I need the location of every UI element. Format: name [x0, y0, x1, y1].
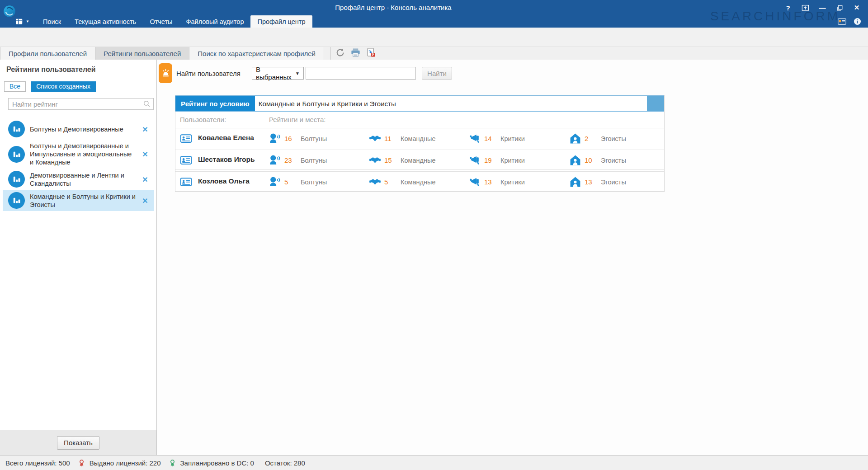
rating-cell: 5 Командные [369, 172, 436, 192]
remove-rating-icon[interactable]: ✕ [141, 175, 150, 183]
talker-icon [269, 154, 281, 166]
rating-cell: 15 Командные [369, 150, 436, 170]
rating-cell: 23 Болтуны [269, 150, 327, 170]
menu-item-file-auditor[interactable]: Файловый аудитор [179, 15, 251, 28]
scope-value: В выбранных [256, 66, 295, 81]
users-caption: Пользователи: [180, 116, 226, 123]
handshake-icon [369, 132, 381, 145]
megaphone-icon [469, 154, 481, 166]
license-badge-icon[interactable] [837, 17, 847, 26]
rating-chart-icon [8, 121, 25, 137]
rating-value: 10 [585, 156, 594, 164]
panel-header-endcap [647, 96, 664, 111]
rating-label: Командные [401, 179, 436, 186]
sidebar-tabs: Все Список созданных [4, 81, 101, 92]
rating-cell: 11 Командные [369, 128, 436, 149]
rating-cell: 10 Эгоисты [569, 150, 626, 170]
chevron-down-icon: ▼ [295, 71, 300, 76]
main-content: Найти пользователя В выбранных ▼ Найти Р… [157, 60, 868, 455]
tab-user-ratings[interactable]: Рейтинги пользователей [95, 47, 189, 60]
remove-rating-icon[interactable]: ✕ [141, 150, 150, 159]
rating-chart-icon [8, 192, 25, 209]
rating-value: 11 [384, 135, 394, 142]
rating-list-item[interactable]: Демотивированные и Лентяи и Скандалисты … [3, 169, 154, 190]
rating-search-box [8, 98, 154, 110]
planned-in-dc: Запланировано в DC: 0 [180, 459, 254, 467]
talker-icon [269, 132, 281, 145]
rating-label: Эгоисты [601, 157, 626, 164]
toolbar-strip [0, 28, 868, 47]
toolbar-separator [330, 47, 331, 60]
rating-cell: 5 Болтуны [269, 172, 327, 192]
rating-value: 5 [284, 178, 294, 186]
print-icon[interactable] [350, 47, 362, 58]
rating-list-item[interactable]: Болтуны и Демотивированные ✕ [3, 118, 154, 140]
issued-licenses: Выдано лицензий: 220 [90, 459, 161, 467]
rating-cell: 16 Болтуны [269, 128, 327, 149]
rating-item-label: Болтуны и Демотивированные и Импульсивны… [30, 142, 136, 166]
minimize-icon[interactable]: — [817, 3, 827, 13]
show-button[interactable]: Показать [57, 436, 99, 450]
house-person-icon [569, 132, 581, 145]
user-name: Шестаков Игорь [198, 155, 255, 164]
view-tabs-bar: Профили пользователей Рейтинги пользоват… [0, 47, 868, 60]
refresh-icon[interactable] [335, 47, 346, 58]
sidebar-tab-created-list[interactable]: Список созданных [31, 81, 96, 92]
rating-value: 15 [384, 156, 394, 164]
alarm-icon [159, 63, 172, 83]
rating-chart-icon [8, 146, 25, 163]
rating-label: Болтуны [301, 157, 327, 164]
find-button[interactable]: Найти [422, 67, 452, 80]
rating-value: 14 [484, 135, 494, 142]
remove-rating-icon[interactable]: ✕ [141, 196, 150, 205]
status-bar: Всего лицензий: 500 Выдано лицензий: 220… [0, 455, 868, 470]
close-icon[interactable]: ✕ [852, 3, 862, 13]
user-row[interactable]: Шестаков Игорь 23 Болтуны 15 Командные 1… [175, 150, 664, 170]
help-icon[interactable]: ? [783, 3, 793, 13]
remaining-licenses: Остаток: 280 [265, 459, 305, 467]
green-award-icon [168, 459, 177, 467]
rating-value: 19 [484, 156, 494, 164]
menu-item-profile-center[interactable]: Профайл центр [250, 15, 312, 28]
user-name: Ковалева Елена [198, 134, 254, 142]
pin-window-icon[interactable] [800, 3, 810, 13]
rating-list-item-selected[interactable]: Командные и Болтуны и Критики и Эгоисты … [3, 190, 154, 211]
rating-list-item[interactable]: Болтуны и Демотивированные и Импульсивны… [3, 140, 154, 169]
menu-item-search[interactable]: Поиск [36, 15, 68, 28]
handshake-icon [369, 176, 381, 188]
panel-header: Рейтинг по условию [175, 95, 664, 112]
info-icon[interactable] [853, 17, 862, 26]
user-row[interactable]: Козлова Ольга 5 Болтуны 5 Командные 13 К… [175, 171, 664, 192]
export-pdf-icon[interactable] [365, 47, 377, 58]
window-title: Профайл центр - Консоль аналитика [0, 0, 787, 15]
rating-search-input[interactable] [8, 98, 154, 110]
rating-label: Эгоисты [601, 135, 626, 142]
tab-user-profiles[interactable]: Профили пользователей [0, 47, 95, 60]
menu-item-current-activity[interactable]: Текущая активность [68, 15, 143, 28]
house-person-icon [569, 154, 581, 166]
remove-rating-icon[interactable]: ✕ [141, 125, 150, 133]
sidebar-tab-all[interactable]: Все [4, 81, 26, 92]
rating-cell: 19 Критики [469, 150, 525, 170]
application-window: Профайл центр - Консоль аналитика ? — ✕ … [0, 0, 868, 470]
rating-label: Критики [500, 157, 525, 164]
rating-item-label: Болтуны и Демотивированные [30, 125, 123, 133]
ratings-caption: Рейтинги и места: [269, 116, 326, 123]
rating-chart-icon [8, 171, 25, 188]
restore-icon[interactable] [835, 3, 844, 13]
menu-item-reports[interactable]: Отчеты [143, 15, 179, 28]
tab-profile-characteristics-search[interactable]: Поиск по характеристикам профилей [189, 47, 324, 60]
rating-label: Эгоисты [601, 179, 626, 186]
id-card-icon [180, 132, 192, 145]
condition-input[interactable] [255, 96, 647, 111]
search-scope-select[interactable]: В выбранных ▼ [252, 67, 304, 80]
grid-caret-icon: ▼ [26, 19, 29, 24]
user-search-input[interactable] [306, 67, 416, 80]
user-row[interactable]: Ковалева Елена 16 Болтуны 11 Командные 1… [175, 128, 664, 148]
rating-label: Командные [401, 135, 436, 142]
talker-icon [269, 176, 281, 188]
rating-value: 13 [585, 178, 594, 186]
rating-value: 13 [484, 178, 494, 186]
red-award-icon [77, 459, 86, 467]
main-menu-bar: ▼ Поиск Текущая активность Отчеты Файлов… [0, 15, 868, 28]
